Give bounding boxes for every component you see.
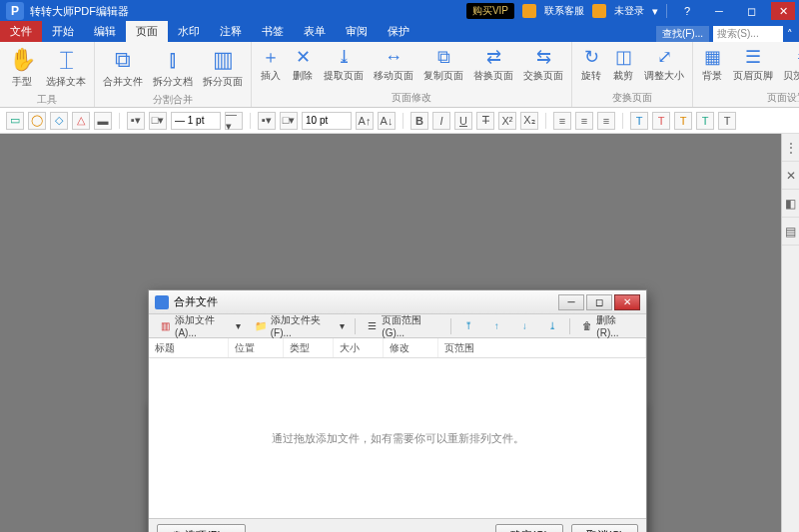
col-location[interactable]: 位置 xyxy=(229,338,284,357)
tab-file[interactable]: 文件 xyxy=(0,21,42,42)
stroke-button[interactable]: □▾ xyxy=(149,112,167,130)
super-button[interactable]: X² xyxy=(498,112,516,130)
search-input[interactable]: 搜索(S)... xyxy=(713,26,783,42)
linestyle-button[interactable]: —▾ xyxy=(225,112,243,130)
replace-icon: ⇄ xyxy=(482,46,504,68)
bold-button[interactable]: B xyxy=(410,112,428,130)
dialog-min-button[interactable]: ─ xyxy=(558,294,584,310)
side-expand[interactable]: ⋮ xyxy=(782,134,799,162)
align-left-button[interactable]: ≡ xyxy=(553,112,571,130)
align-center-button[interactable]: ≡ xyxy=(575,112,593,130)
vip-badge[interactable]: 购买VIP xyxy=(466,3,514,19)
tab-bookmark[interactable]: 书签 xyxy=(252,21,294,42)
tab-annotate[interactable]: 注释 xyxy=(210,21,252,42)
text1-button[interactable]: T xyxy=(630,112,648,130)
tab-page[interactable]: 页面 xyxy=(126,21,168,42)
side-tool1[interactable]: ◧ xyxy=(782,190,799,218)
dialog-close-button[interactable]: ✕ xyxy=(614,294,640,310)
move-down-button[interactable]: ↓ xyxy=(511,316,537,336)
tab-start[interactable]: 开始 xyxy=(42,21,84,42)
minimize-button[interactable]: ─ xyxy=(707,2,731,20)
file-icon: ▥ xyxy=(159,319,172,333)
contact-link[interactable]: 联系客服 xyxy=(544,4,584,18)
header-footer[interactable]: ☰页眉页脚 xyxy=(731,44,775,89)
tab-review[interactable]: 审阅 xyxy=(336,21,378,42)
delete-page[interactable]: ✕删除 xyxy=(290,44,316,89)
italic-button[interactable]: I xyxy=(432,112,450,130)
dialog-max-button[interactable]: ◻ xyxy=(586,294,612,310)
dialog-body[interactable]: 通过拖放添加文件，如有需要你可以重新排列文件。 xyxy=(149,358,646,518)
ok-button[interactable]: 确定(O) xyxy=(495,524,563,532)
text2-button[interactable]: T xyxy=(652,112,670,130)
merge-files[interactable]: ⧉合并文件 xyxy=(101,44,145,91)
empty-hint: 通过拖放添加文件，如有需要你可以重新排列文件。 xyxy=(272,431,524,446)
shape2-button[interactable]: ◯ xyxy=(28,112,46,130)
tab-form[interactable]: 表单 xyxy=(294,21,336,42)
extract-icon: ⤓ xyxy=(333,46,355,68)
tab-watermark[interactable]: 水印 xyxy=(168,21,210,42)
group-label: 变换页面 xyxy=(578,89,686,107)
text3-button[interactable]: T xyxy=(674,112,692,130)
replace-page[interactable]: ⇄替换页面 xyxy=(471,44,515,89)
col-modified[interactable]: 修改 xyxy=(384,338,438,357)
line-weight-input[interactable] xyxy=(171,112,221,130)
align-right-button[interactable]: ≡ xyxy=(597,112,615,130)
swap-page[interactable]: ⇆交换页面 xyxy=(521,44,565,89)
move-page[interactable]: ↔移动页面 xyxy=(372,44,415,89)
underline-button[interactable]: U xyxy=(454,112,472,130)
hand-tool[interactable]: ✋手型 xyxy=(6,44,38,91)
highlight-button[interactable]: □▾ xyxy=(280,112,298,130)
close-button[interactable]: ✕ xyxy=(771,2,795,20)
move-up-button[interactable]: ↑ xyxy=(483,316,509,336)
col-title[interactable]: 标题 xyxy=(149,338,229,357)
copy-page[interactable]: ⧉复制页面 xyxy=(421,44,465,89)
split-page[interactable]: ▥拆分页面 xyxy=(201,44,245,91)
background[interactable]: ▦背景 xyxy=(699,44,725,89)
login-link[interactable]: 未登录 xyxy=(614,4,644,18)
help-button[interactable]: ? xyxy=(675,2,699,20)
select-text-tool[interactable]: ⌶选择文本 xyxy=(44,44,88,91)
move-top-button[interactable]: ⤒ xyxy=(455,316,481,336)
fill-button[interactable]: ▪▾ xyxy=(127,112,145,130)
shape3-button[interactable]: ◇ xyxy=(50,112,68,130)
add-file-button[interactable]: ▥添加文件(A)...▾ xyxy=(153,310,247,341)
bg-icon: ▦ xyxy=(701,46,723,68)
strike-button[interactable]: T̶ xyxy=(476,112,494,130)
split-doc[interactable]: ⫿拆分文档 xyxy=(151,44,195,91)
page-range-button[interactable]: ☰页面范围(G)... xyxy=(360,310,446,341)
collapse-ribbon-icon[interactable]: ˄ xyxy=(787,28,793,41)
increase-font-button[interactable]: A↑ xyxy=(356,112,374,130)
maximize-button[interactable]: ◻ xyxy=(739,2,763,20)
dialog-toolbar: ▥添加文件(A)...▾ 📁添加文件夹(F)...▾ ☰页面范围(G)... ⤒… xyxy=(149,314,646,338)
text5-button[interactable]: T xyxy=(718,112,736,130)
side-close[interactable]: ✕ xyxy=(782,162,799,190)
resize-page[interactable]: ⤢调整大小 xyxy=(642,44,686,89)
crop-page[interactable]: ◫裁剪 xyxy=(610,44,636,89)
side-tool2[interactable]: ▤ xyxy=(782,218,799,246)
insert-page[interactable]: ＋插入 xyxy=(258,44,284,89)
delete-icon: ✕ xyxy=(292,46,314,68)
shape5-button[interactable]: ▬ xyxy=(94,112,112,130)
fontcolor-button[interactable]: ▪▾ xyxy=(258,112,276,130)
tab-edit[interactable]: 编辑 xyxy=(84,21,126,42)
find-button[interactable]: 查找(F)... xyxy=(656,26,709,42)
text4-button[interactable]: T xyxy=(696,112,714,130)
decrease-font-button[interactable]: A↓ xyxy=(378,112,396,130)
cancel-button[interactable]: 取消(C) xyxy=(571,524,638,532)
col-type[interactable]: 类型 xyxy=(284,338,334,357)
move-bottom-button[interactable]: ⤓ xyxy=(539,316,565,336)
delete-button[interactable]: 🗑删除(R)... xyxy=(574,310,642,341)
rotate-page[interactable]: ↻旋转 xyxy=(578,44,604,89)
font-size-input[interactable] xyxy=(302,112,352,130)
add-folder-button[interactable]: 📁添加文件夹(F)...▾ xyxy=(249,310,352,341)
options-button[interactable]: ⚙ 选项(P)... xyxy=(157,524,246,532)
tab-protect[interactable]: 保护 xyxy=(378,21,419,42)
col-size[interactable]: 大小 xyxy=(334,338,384,357)
extract-page[interactable]: ⤓提取页面 xyxy=(322,44,366,89)
bates-number[interactable]: #贝茨编号 xyxy=(781,44,799,89)
shape1-button[interactable]: ▭ xyxy=(6,112,24,130)
sub-button[interactable]: X₂ xyxy=(520,112,538,130)
col-range[interactable]: 页范围 xyxy=(438,338,646,357)
shape4-button[interactable]: △ xyxy=(72,112,90,130)
dialog-columns: 标题 位置 类型 大小 修改 页范围 xyxy=(149,338,646,358)
